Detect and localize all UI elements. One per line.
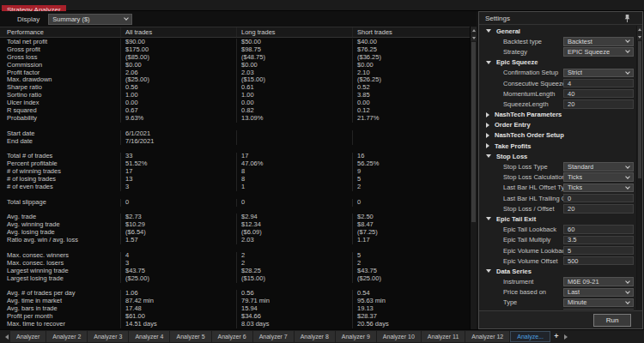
table-row[interactable]: Max. consec. losers322	[0, 260, 470, 268]
tab-analyzer-9[interactable]: Analyzer 9	[336, 331, 376, 342]
scroll-down-icon[interactable]	[637, 33, 642, 40]
settings-select[interactable]: M6E 09-21	[563, 277, 634, 286]
table-row[interactable]: Gross loss($85.00)($48.75)($36.25)	[0, 54, 470, 62]
column-header[interactable]: Short trades	[352, 27, 470, 37]
settings-input[interactable]: 3.5	[563, 236, 634, 245]
table-row[interactable]: Probability9.63%13.09%21.77%	[0, 115, 470, 123]
settings-group-header[interactable]: NashTech Parameters	[479, 110, 636, 120]
tab-analyzer-6[interactable]: Analyzer 6	[212, 331, 252, 342]
table-row[interactable]: Avg. winning trade$10.29$12.34$8.47	[0, 221, 470, 229]
tab-scroll-left-icon[interactable]	[3, 331, 10, 342]
table-row[interactable]: Max. consec. winners425	[0, 252, 470, 260]
table-row[interactable]: Total slippage000	[0, 199, 470, 207]
tab-scroll-right-icon[interactable]	[562, 331, 569, 342]
cell-value: 47.06%	[236, 160, 352, 168]
table-row[interactable]: R squared0.670.820.12	[0, 107, 470, 115]
tab-analyzer-7[interactable]: Analyzer 7	[253, 331, 294, 342]
settings-select[interactable]: Standard	[563, 162, 634, 172]
settings-group-header[interactable]: NashTech Order Setup	[479, 130, 636, 141]
settings-input[interactable]: 20	[563, 99, 634, 109]
settings-group-label: Epic Tail Exit	[496, 215, 536, 223]
settings-input[interactable]: 4	[563, 79, 634, 88]
row-spacer	[0, 244, 470, 252]
table-row[interactable]: Ratio avg. win / avg. loss1.572.031.17	[0, 237, 470, 244]
table-row[interactable]: Commission$0.00$0.00$0.00	[0, 62, 470, 69]
table-row[interactable]: Percent profitable51.52%47.06%56.25%	[0, 160, 470, 168]
grid-vertical-scrollbar[interactable]	[470, 27, 477, 329]
tab-analyzer-5[interactable]: Analyzer 5	[170, 331, 210, 342]
tab-analyzer-3[interactable]: Analyzer 3	[88, 331, 128, 342]
row-label: Max. consec. losers	[0, 260, 120, 268]
tab-active[interactable]: Analyze...	[510, 331, 550, 342]
settings-group-header[interactable]: Take Profits	[479, 141, 636, 151]
table-row[interactable]: Start date6/1/2021	[0, 130, 470, 138]
table-row[interactable]: # of winning trades1789	[0, 168, 470, 176]
scrollbar-thumb[interactable]	[638, 41, 641, 178]
tab-analyzer[interactable]: Analyzer	[10, 331, 46, 342]
table-row[interactable]: Largest winning trade$43.75$28.25$43.75	[0, 268, 470, 275]
settings-group-header[interactable]: Data Series	[479, 266, 636, 276]
settings-select[interactable]: Ticks	[563, 172, 634, 182]
table-row[interactable]: # of losing trades1385	[0, 176, 470, 184]
settings-input[interactable]: 0	[563, 194, 634, 203]
column-header[interactable]: All trades	[120, 27, 236, 37]
table-row[interactable]: Ulcer index0.000.000.00	[0, 99, 470, 107]
table-row[interactable]: Avg. # of trades per day1.060.560.54	[0, 290, 470, 298]
settings-group-header[interactable]: Stop Loss	[479, 151, 636, 161]
settings-select[interactable]: Last	[563, 288, 634, 298]
table-row[interactable]: Gross profit$175.00$98.75$76.25	[0, 46, 470, 54]
tab-analyzer-12[interactable]: Analyzer 12	[465, 331, 509, 342]
table-row[interactable]: Avg. trade$2.73$2.94$2.50	[0, 214, 470, 221]
collapse-arrow-icon	[486, 154, 491, 158]
settings-input[interactable]: 60	[563, 225, 634, 234]
settings-group-header[interactable]: Epic Squeeze	[479, 57, 636, 68]
settings-input[interactable]: 5	[563, 246, 634, 256]
table-row[interactable]: # of even trades312	[0, 184, 470, 191]
settings-item-label: Epic Volume Offset	[503, 257, 563, 265]
table-row[interactable]: Total # of trades331716	[0, 153, 470, 160]
settings-input[interactable]: 40	[563, 89, 634, 99]
settings-select[interactable]: EPIC Squeeze	[563, 47, 634, 57]
cell-value: 0.56	[120, 84, 236, 92]
cell-value	[236, 138, 352, 146]
table-row[interactable]: Max. drawdown($25.00)($15.00)($26.25)	[0, 76, 470, 84]
settings-input[interactable]: 5	[563, 309, 634, 310]
table-row[interactable]: End date7/16/2021	[0, 138, 470, 146]
table-row[interactable]: Largest losing trade($25.00)($15.00)($25…	[0, 275, 470, 283]
settings-select[interactable]: Ticks	[563, 184, 634, 193]
table-row[interactable]: Sortino ratio1.001.003.85	[0, 92, 470, 99]
scroll-down-icon[interactable]	[471, 34, 477, 41]
cell-value: 13.09%	[236, 115, 352, 123]
table-row[interactable]: Avg. bars in trade17.4815.9419.13	[0, 305, 470, 313]
scroll-up-icon[interactable]	[637, 26, 642, 33]
tab-analyzer-11[interactable]: Analyzer 11	[422, 331, 465, 342]
table-row[interactable]: Total net profit$90.00$50.00$40.00	[0, 39, 470, 46]
settings-vertical-scrollbar[interactable]	[636, 26, 642, 310]
column-header[interactable]: Performance	[0, 27, 120, 37]
settings-group-header[interactable]: Order Entry	[479, 120, 636, 130]
display-select[interactable]: Summary ($)	[48, 14, 132, 25]
table-row[interactable]: Max. time to recover14.51 days8.03 days2…	[0, 321, 470, 328]
table-row[interactable]: Avg. losing trade($6.54)($6.09)($7.25)	[0, 229, 470, 237]
table-row[interactable]: Profit per month$61.00$34.66$28.37	[0, 313, 470, 321]
pin-icon[interactable]	[623, 14, 631, 23]
settings-input[interactable]: 500	[563, 256, 634, 266]
table-row[interactable]: Profit factor2.062.032.10	[0, 69, 470, 77]
tab-analyzer-4[interactable]: Analyzer 4	[129, 331, 169, 342]
settings-select[interactable]: Backtest	[563, 37, 634, 46]
tab-analyzer-8[interactable]: Analyzer 8	[295, 331, 335, 342]
table-row[interactable]: Avg. time in market87.42 min79.71 min95.…	[0, 298, 470, 305]
settings-select[interactable]: Strict	[563, 69, 634, 78]
scrollbar-thumb[interactable]	[471, 42, 476, 222]
tab-analyzer-2[interactable]: Analyzer 2	[46, 331, 87, 342]
scroll-up-icon[interactable]	[471, 27, 477, 33]
add-tab-button[interactable]: +	[551, 331, 562, 342]
tab-analyzer-10[interactable]: Analyzer 10	[377, 331, 421, 342]
run-button[interactable]: Run	[593, 314, 631, 327]
settings-select[interactable]: Minute	[563, 298, 634, 308]
settings-input[interactable]: 20	[563, 204, 634, 214]
table-row[interactable]: Sharpe ratio0.560.610.52	[0, 84, 470, 92]
column-header[interactable]: Long trades	[236, 27, 352, 37]
settings-group-header[interactable]: Epic Tail Exit	[479, 214, 636, 224]
settings-group-header[interactable]: General	[479, 26, 636, 36]
